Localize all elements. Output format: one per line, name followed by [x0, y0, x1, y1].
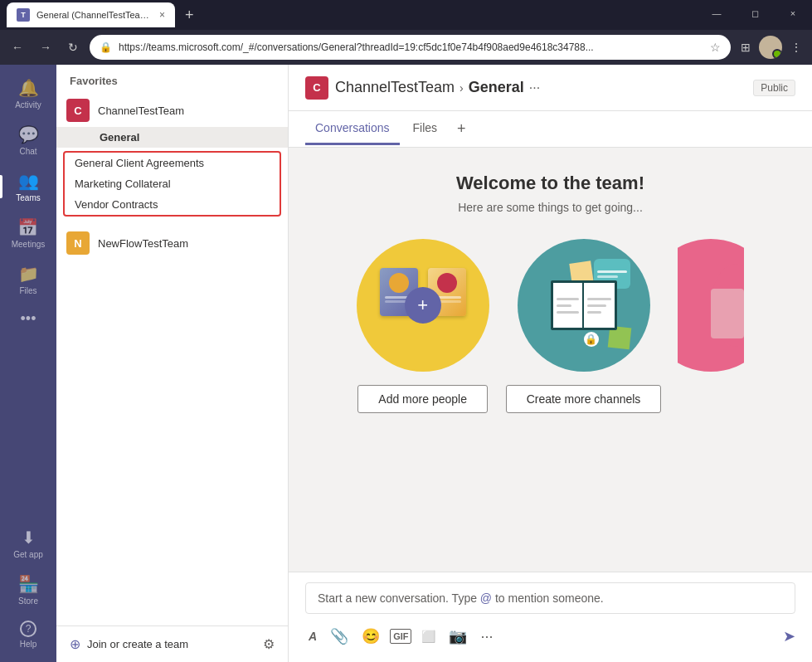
channel-team-icon: C	[305, 76, 328, 100]
refresh-button[interactable]: ↻	[63, 37, 83, 57]
files-icon: 📁	[18, 264, 39, 284]
compose-prompt-suffix: to mention someone.	[495, 591, 604, 605]
add-people-illustration: +	[357, 239, 489, 372]
activity-label: Activity	[15, 100, 41, 110]
bookmark-icon[interactable]: ☆	[710, 41, 721, 54]
rail-store[interactable]: 🏪 Store	[7, 567, 50, 612]
rail-help[interactable]: ? Help	[7, 614, 50, 655]
add-more-people-button[interactable]: Add more people	[357, 385, 488, 413]
tab-close-btn[interactable]: ×	[159, 9, 165, 21]
help-icon: ?	[20, 621, 36, 637]
book-shape	[551, 280, 617, 330]
compose-prompt[interactable]: Start a new conversation. Type @ to ment…	[305, 582, 795, 614]
team-item-newflowtestteam[interactable]: N NewFlowTestTeam ···	[56, 226, 288, 260]
lock-icon: 🔒	[100, 41, 112, 53]
emoji-button[interactable]: 😊	[358, 624, 383, 649]
activity-icon: 🔔	[18, 78, 39, 98]
welcome-title: Welcome to the team!	[322, 173, 779, 194]
highlighted-channels: General Client Agreements Marketing Coll…	[63, 151, 281, 217]
url-text: https://teams.microsoft.com/_#/conversat…	[119, 41, 703, 53]
compose-at-link[interactable]: @	[480, 591, 492, 605]
welcome-subtitle: Here are some things to get going...	[322, 201, 779, 214]
channel-general-client-agreements[interactable]: General Client Agreements	[65, 153, 280, 173]
minimize-button[interactable]: —	[698, 0, 736, 27]
tab-title: General (ChannelTestTeam) | Mic...	[36, 10, 153, 20]
team-name-channeltestteam: ChannelTestTeam	[98, 105, 267, 117]
new-tab-button[interactable]: +	[178, 3, 201, 27]
channel-general[interactable]: General	[56, 127, 288, 148]
team-item-channeltestteam[interactable]: C ChannelTestTeam ···	[56, 94, 288, 127]
help-label: Help	[20, 640, 37, 649]
third-card-illustration	[678, 239, 744, 372]
send-button[interactable]: ➤	[783, 627, 795, 645]
tab-favicon: T	[17, 8, 30, 22]
chat-icon: 💬	[18, 124, 39, 144]
rail-meetings[interactable]: 📅 Meetings	[0, 211, 56, 256]
menu-icon[interactable]: ⋮	[787, 37, 805, 57]
breadcrumb-team: ChannelTestTeam	[335, 79, 455, 96]
settings-icon[interactable]: ⚙	[263, 636, 275, 652]
rail-get-app[interactable]: ⬇ Get app	[7, 521, 50, 566]
gif-button[interactable]: GIF	[390, 629, 411, 644]
video-button[interactable]: 📷	[445, 624, 470, 649]
channel-marketing-collateral[interactable]: Marketing Collateral	[65, 173, 280, 194]
teams-icon: 👥	[18, 171, 39, 191]
tab-conversations[interactable]: Conversations	[305, 113, 400, 145]
team-avatar-newflowtestteam: N	[66, 231, 90, 255]
breadcrumb: ChannelTestTeam › General ···	[335, 79, 540, 96]
sticker-button[interactable]: ⬜	[418, 626, 439, 646]
teams-label: Teams	[16, 193, 40, 202]
join-create-team[interactable]: ⊕ Join or create a team ⚙	[56, 625, 288, 662]
welcome-content: Welcome to the team! Here are some thing…	[289, 148, 812, 463]
create-channels-illustration: 🔒	[518, 239, 650, 372]
channel-header: C ChannelTestTeam › General ··· Public	[289, 65, 812, 111]
welcome-area: Welcome to the team! Here are some thing…	[289, 148, 812, 572]
meetings-icon: 📅	[17, 217, 38, 237]
breadcrumb-separator: ›	[459, 81, 464, 95]
format-text-button[interactable]: A	[305, 626, 320, 646]
main-content: C ChannelTestTeam › General ··· Public C…	[289, 65, 812, 662]
sidebar: Favorites C ChannelTestTeam ··· General …	[56, 65, 289, 662]
back-button[interactable]: ←	[7, 37, 28, 57]
user-avatar[interactable]	[759, 36, 782, 59]
address-bar[interactable]: 🔒 https://teams.microsoft.com/_#/convers…	[90, 35, 731, 60]
channel-header-left: C ChannelTestTeam › General ···	[305, 76, 540, 100]
forward-button[interactable]: →	[35, 37, 56, 57]
rail-files[interactable]: 📁 Files	[0, 257, 56, 302]
public-badge: Public	[753, 80, 795, 96]
more-apps-dots[interactable]: •••	[21, 310, 36, 328]
channel-more-button[interactable]: ···	[529, 80, 540, 95]
add-circle-icon: +	[405, 287, 441, 324]
breadcrumb-channel: General	[469, 79, 524, 96]
restore-button[interactable]: ◻	[736, 0, 774, 27]
tab-files[interactable]: Files	[403, 113, 448, 145]
channel-vendor-contracts[interactable]: Vendor Contracts	[65, 194, 280, 215]
add-tab-button[interactable]: +	[450, 117, 473, 141]
compose-prompt-text: Start a new conversation. Type	[318, 591, 480, 605]
rail-activity[interactable]: 🔔 Activity	[0, 71, 56, 116]
welcome-cards: + Add more people	[322, 239, 779, 413]
chat-label: Chat	[19, 147, 36, 156]
create-more-channels-button[interactable]: Create more channels	[506, 385, 662, 413]
channel-tabs: Conversations Files +	[289, 111, 812, 148]
third-card	[678, 239, 744, 413]
rail-teams[interactable]: 👥 Teams	[0, 164, 56, 209]
more-options-button[interactable]: ···	[477, 625, 496, 649]
windows-icon[interactable]: ⊞	[737, 37, 754, 57]
store-label: Store	[18, 596, 38, 606]
team-name-newflowtestteam: NewFlowTestTeam	[98, 237, 267, 250]
channel-list-channeltestteam: General General Client Agreements Market…	[56, 127, 288, 220]
get-app-icon: ⬇	[22, 528, 36, 548]
close-button[interactable]: ×	[774, 0, 812, 27]
attach-button[interactable]: 📎	[327, 624, 352, 649]
files-label: Files	[19, 286, 36, 295]
store-icon: 🏪	[18, 574, 39, 594]
active-tab[interactable]: T General (ChannelTestTeam) | Mic... ×	[7, 2, 175, 27]
join-icon: ⊕	[70, 636, 80, 652]
get-app-label: Get app	[13, 550, 43, 559]
add-people-card: + Add more people	[357, 239, 489, 413]
create-channels-card: 🔒 Create more channels	[506, 239, 662, 413]
favorites-label: Favorites	[56, 65, 288, 94]
compose-area: Start a new conversation. Type @ to ment…	[289, 572, 812, 662]
rail-chat[interactable]: 💬 Chat	[0, 118, 56, 163]
